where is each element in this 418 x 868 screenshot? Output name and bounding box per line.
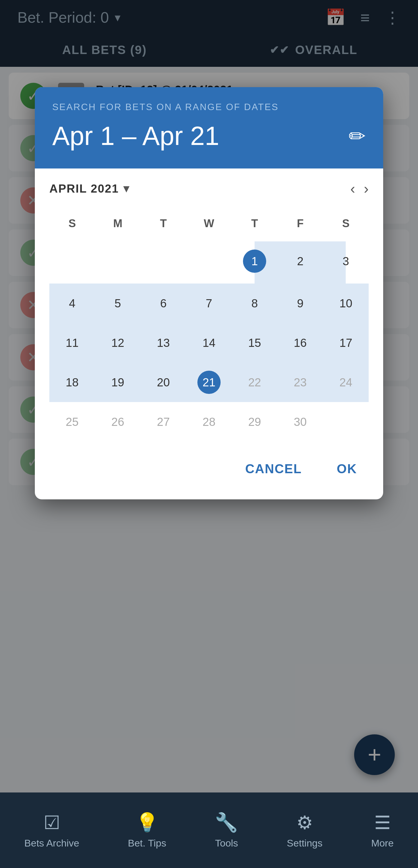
cal-day-25[interactable]: 25 xyxy=(50,402,95,444)
day-header-wed: W xyxy=(186,212,232,236)
calendar-week-4: 18 19 20 21 22 23 24 xyxy=(50,363,368,402)
cal-day-4[interactable]: 4 xyxy=(50,283,95,323)
cal-day-24[interactable]: 24 xyxy=(323,363,368,402)
calendar-week-2: 4 5 6 7 8 9 10 xyxy=(50,283,368,323)
bets-archive-label: Bets Archive xyxy=(24,837,79,849)
month-text: APRIL 2021 xyxy=(50,182,119,195)
cal-day-14[interactable]: 14 xyxy=(186,323,232,363)
cal-day-23[interactable]: 23 xyxy=(278,363,323,402)
cancel-button[interactable]: CANCEL xyxy=(236,456,311,482)
edit-date-icon[interactable]: ✏ xyxy=(349,124,366,148)
cal-day-13[interactable]: 13 xyxy=(140,323,186,363)
calendar-body: APRIL 2021 ▾ ‹ › S M T W T F S 1 xyxy=(35,168,383,444)
cal-day-5[interactable]: 5 xyxy=(95,283,140,323)
more-label: More xyxy=(371,837,394,849)
prev-month-button[interactable]: ‹ xyxy=(350,180,355,197)
day-header-mon: M xyxy=(95,212,140,236)
nav-bet-tips[interactable]: 💡 Bet. Tips xyxy=(128,812,166,849)
cal-day-22[interactable]: 22 xyxy=(232,363,278,402)
next-month-button[interactable]: › xyxy=(364,180,368,197)
day-header-thu: T xyxy=(232,212,278,236)
cal-day-1[interactable]: 1 xyxy=(232,241,278,283)
tools-icon: 🔧 xyxy=(215,812,238,833)
ok-button[interactable]: OK xyxy=(328,456,366,482)
cal-day-empty xyxy=(186,241,232,283)
settings-icon: ⚙ xyxy=(296,812,313,833)
day-headers: S M T W T F S xyxy=(50,212,368,236)
cal-day-26[interactable]: 26 xyxy=(95,402,140,444)
bets-archive-icon: ☑ xyxy=(43,812,60,833)
dialog-date-range: Apr 1 – Apr 21 ✏ xyxy=(52,121,366,151)
cal-day-29[interactable]: 29 xyxy=(232,402,278,444)
settings-label: Settings xyxy=(287,837,322,849)
calendar-week-1: 1 2 3 xyxy=(50,241,368,283)
calendar-nav: APRIL 2021 ▾ ‹ › xyxy=(50,180,368,197)
more-nav-icon: ☰ xyxy=(374,812,391,833)
day-header-fri: F xyxy=(278,212,323,236)
cal-day-10[interactable]: 10 xyxy=(323,283,368,323)
cal-day-empty-end xyxy=(323,402,368,444)
calendar-week-5: 25 26 27 28 29 30 xyxy=(50,402,368,444)
bet-tips-icon: 💡 xyxy=(135,812,159,833)
bottom-nav: ☑ Bets Archive 💡 Bet. Tips 🔧 Tools ⚙ Set… xyxy=(0,793,418,868)
tools-label: Tools xyxy=(215,837,238,849)
date-picker-dialog: SEARCH FOR BETS ON A RANGE OF DATES Apr … xyxy=(35,87,383,499)
cal-day-18[interactable]: 18 xyxy=(50,363,95,402)
cal-day-17[interactable]: 17 xyxy=(323,323,368,363)
month-year-label: APRIL 2021 ▾ xyxy=(50,182,129,195)
cal-day-empty xyxy=(95,241,140,283)
cal-day-empty xyxy=(50,241,95,283)
cal-day-7[interactable]: 7 xyxy=(186,283,232,323)
cal-day-9[interactable]: 9 xyxy=(278,283,323,323)
dialog-header: SEARCH FOR BETS ON A RANGE OF DATES Apr … xyxy=(35,87,383,168)
day-header-tue: T xyxy=(140,212,186,236)
cal-day-28[interactable]: 28 xyxy=(186,402,232,444)
cal-day-16[interactable]: 16 xyxy=(278,323,323,363)
dialog-dates: Apr 1 – Apr 21 xyxy=(52,121,219,151)
cal-day-3[interactable]: 3 xyxy=(323,241,368,283)
day-header-sun: S xyxy=(50,212,95,236)
bet-tips-label: Bet. Tips xyxy=(128,837,166,849)
cal-day-19[interactable]: 19 xyxy=(95,363,140,402)
dialog-subtitle: SEARCH FOR BETS ON A RANGE OF DATES xyxy=(52,102,366,113)
cal-day-2[interactable]: 2 xyxy=(278,241,323,283)
nav-tools[interactable]: 🔧 Tools xyxy=(215,812,238,849)
cal-day-21[interactable]: 21 xyxy=(186,363,232,402)
nav-more[interactable]: ☰ More xyxy=(371,812,394,849)
cal-day-11[interactable]: 11 xyxy=(50,323,95,363)
nav-arrows: ‹ › xyxy=(350,180,368,197)
nav-bets-archive[interactable]: ☑ Bets Archive xyxy=(24,812,79,849)
calendar-week-3: 11 12 13 14 15 16 17 xyxy=(50,323,368,363)
cal-day-30[interactable]: 30 xyxy=(278,402,323,444)
cal-day-27[interactable]: 27 xyxy=(140,402,186,444)
cal-day-20[interactable]: 20 xyxy=(140,363,186,402)
cal-day-12[interactable]: 12 xyxy=(95,323,140,363)
cal-day-empty xyxy=(140,241,186,283)
cal-day-15[interactable]: 15 xyxy=(232,323,278,363)
nav-settings[interactable]: ⚙ Settings xyxy=(287,812,322,849)
day-header-sat: S xyxy=(323,212,368,236)
dialog-footer: CANCEL OK xyxy=(35,444,383,499)
cal-day-8[interactable]: 8 xyxy=(232,283,278,323)
cal-day-6[interactable]: 6 xyxy=(140,283,186,323)
month-chevron[interactable]: ▾ xyxy=(123,182,129,195)
